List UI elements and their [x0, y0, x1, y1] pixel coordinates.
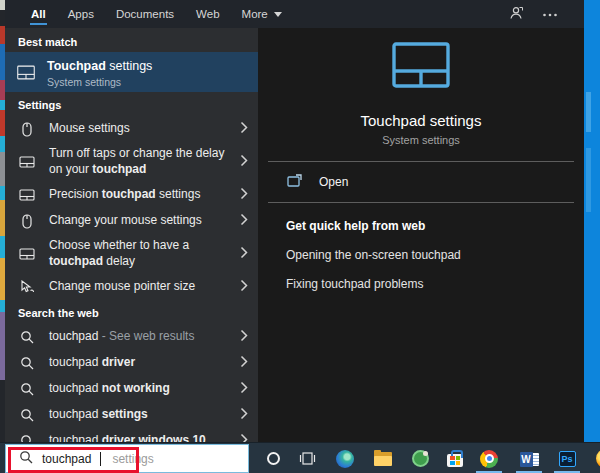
preview-subtitle: System settings — [382, 134, 460, 146]
best-match-result-touchpad-settings[interactable]: Touchpad settings System settings — [5, 52, 258, 92]
explorer-icon[interactable] — [366, 443, 400, 473]
search-icon — [18, 356, 36, 370]
search-icon — [18, 330, 36, 344]
web-result-not-working[interactable]: touchpad not working — [5, 376, 258, 402]
tab-all[interactable]: All — [20, 0, 57, 28]
chevron-right-icon — [240, 381, 248, 397]
tab-more-label: More — [242, 8, 268, 20]
chevron-right-icon — [240, 246, 248, 262]
chevron-right-icon — [240, 279, 248, 295]
result-touchpad-delay[interactable]: Choose whether to have a touchpad delay — [5, 234, 258, 274]
text-cursor — [100, 452, 101, 466]
desktop-window-streak — [586, 92, 591, 132]
result-change-mouse-settings[interactable]: Change your mouse settings — [5, 208, 258, 234]
help-link-onscreen-touchpad[interactable]: Opening the on-screen touchpad — [258, 248, 584, 262]
chevron-right-icon — [240, 407, 248, 423]
word-icon[interactable]: W — [512, 443, 546, 473]
firefox-icon[interactable] — [588, 443, 600, 473]
taskbar-search-input[interactable]: touchpad settings — [5, 444, 249, 473]
touchpad-icon — [18, 248, 36, 260]
mouse-icon — [18, 214, 36, 229]
open-icon — [287, 174, 302, 190]
chevron-right-icon — [240, 154, 248, 170]
mouse-icon — [18, 122, 36, 137]
chevron-down-icon — [274, 12, 282, 17]
best-match-subtitle: System settings — [47, 76, 152, 88]
screen: All Apps Documents Web More — [0, 0, 600, 473]
taskview-icon[interactable] — [290, 443, 324, 473]
chrome-icon[interactable] — [472, 443, 506, 473]
web-result-settings[interactable]: touchpad settings — [5, 402, 258, 428]
cortana-icon[interactable] — [256, 443, 290, 473]
preview-title: Touchpad settings — [361, 112, 482, 129]
chevron-right-icon — [240, 121, 248, 137]
best-match-header: Best match — [5, 28, 258, 52]
touchpad-icon — [17, 63, 35, 82]
help-link-fixing-problems[interactable]: Fixing touchpad problems — [258, 277, 584, 291]
search-icon — [19, 450, 33, 467]
desktop-window-streak — [586, 148, 591, 212]
chevron-right-icon — [240, 329, 248, 345]
account-icon[interactable] — [508, 5, 524, 23]
preview-panel: Touchpad settings System settings Open G… — [258, 28, 584, 442]
result-precision-touchpad[interactable]: Precision touchpad settings — [5, 182, 258, 208]
tab-more[interactable]: More — [231, 0, 293, 28]
photoshop-icon[interactable]: Ps — [550, 443, 584, 473]
pointer-icon — [18, 280, 36, 294]
desktop-edge-right — [584, 0, 600, 442]
store-icon[interactable] — [438, 443, 472, 473]
touchpad-hero-icon — [392, 42, 450, 92]
touchpad-icon — [18, 189, 36, 201]
touchpad-icon — [18, 156, 36, 168]
web-result-clipped[interactable]: touchpad driver windows 10 — [5, 428, 258, 442]
search-icon — [18, 434, 36, 442]
web-result-driver[interactable]: touchpad driver — [5, 350, 258, 376]
taskbar: touchpad settings W Ps — [0, 442, 600, 473]
search-icon — [18, 382, 36, 396]
result-mouse-settings[interactable]: Mouse settings — [5, 116, 258, 142]
tab-apps[interactable]: Apps — [57, 0, 105, 28]
quick-help-header: Get quick help from web — [258, 219, 584, 233]
search-suggestion-text: settings — [112, 452, 153, 466]
best-match-title: Touchpad settings — [47, 59, 152, 73]
tab-documents-label: Documents — [116, 8, 174, 20]
tab-web-label: Web — [196, 8, 219, 20]
settings-section-header: Settings — [5, 92, 258, 116]
search-icon — [18, 408, 36, 422]
result-turn-off-taps[interactable]: Turn off taps or change the delay on you… — [5, 142, 258, 182]
divider — [268, 202, 574, 203]
green-app-icon[interactable] — [403, 443, 437, 473]
web-result-see-results[interactable]: touchpad - See web results — [5, 324, 258, 350]
open-action[interactable]: Open — [258, 162, 584, 202]
chevron-right-icon — [240, 433, 248, 442]
tab-documents[interactable]: Documents — [105, 0, 185, 28]
tab-all-label: All — [31, 8, 46, 20]
web-section-header: Search the web — [5, 300, 258, 324]
search-tabbar: All Apps Documents Web More — [5, 0, 584, 28]
result-pointer-size[interactable]: Change mouse pointer size — [5, 274, 258, 300]
search-flyout: All Apps Documents Web More — [5, 0, 584, 442]
edge-icon[interactable] — [328, 443, 362, 473]
search-query-text: touchpad — [42, 452, 91, 466]
active-tab-underline — [30, 23, 47, 25]
tab-web[interactable]: Web — [185, 0, 230, 28]
results-panel: Best match Touchpad settings System sett… — [5, 28, 258, 442]
ellipsis-icon[interactable] — [542, 8, 558, 20]
open-label: Open — [319, 175, 348, 189]
chevron-right-icon — [240, 355, 248, 371]
chevron-right-icon — [240, 213, 248, 229]
chevron-right-icon — [240, 187, 248, 203]
tab-apps-label: Apps — [68, 8, 94, 20]
